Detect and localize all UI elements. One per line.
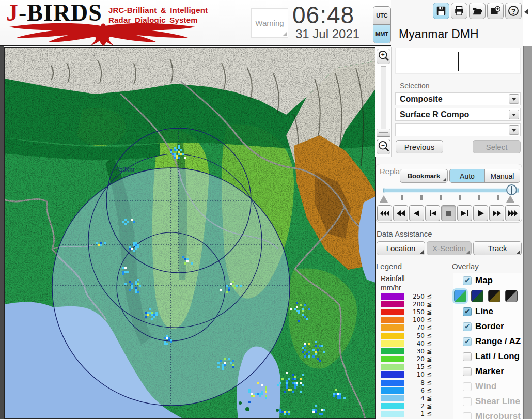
x-section-button[interactable]: X-Section xyxy=(427,241,472,255)
mmt-button[interactable]: MMT xyxy=(373,25,390,43)
overlay-row-map: ✔ Map xyxy=(453,273,522,288)
bookmark-button[interactable]: Bookmark xyxy=(400,169,448,183)
line-checkbox[interactable]: ✔ xyxy=(463,307,472,316)
playback-controls xyxy=(377,205,520,221)
slider-tick xyxy=(478,195,480,200)
slider-start-marker[interactable] xyxy=(380,195,388,203)
legend-lte-symbol: ≦ xyxy=(427,379,432,386)
auto-mode-button[interactable]: Auto xyxy=(450,169,484,182)
overlay-row-microburst: Microburst xyxy=(453,409,522,419)
rewind-fast-button[interactable] xyxy=(377,205,392,221)
forward-button[interactable] xyxy=(489,205,504,221)
legend-lte-symbol: ≦ xyxy=(427,340,432,347)
slider-tick xyxy=(440,195,442,200)
zoom-in-button[interactable]: + xyxy=(377,49,390,64)
legend-row: 100 ≦ xyxy=(381,316,432,324)
open-folder-button[interactable] xyxy=(469,3,486,19)
utc-button[interactable]: UTC xyxy=(373,7,390,25)
legend-lte-symbol: ≦ xyxy=(427,316,432,323)
legend-value: 2 xyxy=(411,402,425,410)
save-button[interactable] xyxy=(433,3,449,19)
overlay-item-label: Wind xyxy=(475,381,496,392)
chevron-down-icon[interactable] xyxy=(509,125,519,135)
map-style-swatch[interactable] xyxy=(471,290,483,302)
warning-button[interactable]: Warning xyxy=(251,8,288,38)
legend-color-swatch xyxy=(381,380,404,386)
map-style-swatch[interactable] xyxy=(488,290,500,302)
legend-color-swatch xyxy=(381,395,404,401)
map-style-swatch[interactable] xyxy=(505,290,518,302)
status-box xyxy=(395,48,521,74)
legend-row: 30 ≦ xyxy=(381,347,432,355)
replay-slider-track[interactable] xyxy=(383,188,519,193)
track-button[interactable]: Track xyxy=(473,241,522,255)
overlay-item-label: Map xyxy=(475,275,493,286)
overlay-list: ✔ Map ✔ Line ✔ Border ✔ Range / AZ Lati … xyxy=(453,273,522,419)
control-panel: ? Myanmar DMH Selection Composite Surfac… xyxy=(375,0,523,419)
forward-fast-button[interactable] xyxy=(505,205,520,221)
legend-value: 15 xyxy=(411,363,425,370)
stop-icon xyxy=(444,210,454,217)
jbirds-app: ? Myanmar DMH Selection Composite Surfac… xyxy=(0,0,532,419)
timezone-toggle: UTC MMT xyxy=(373,6,391,43)
replay-mode-toggle: Auto Manual xyxy=(449,169,520,183)
radar-map[interactable]: 450km xyxy=(4,47,376,419)
legend-row: 150 ≦ xyxy=(381,308,432,316)
help-button[interactable]: ? xyxy=(505,3,522,19)
chevron-down-icon[interactable] xyxy=(509,94,519,104)
product-dropdown[interactable]: Surface R Compo xyxy=(395,108,521,121)
range-az-checkbox[interactable]: ✔ xyxy=(463,337,472,346)
legend-color-swatch xyxy=(381,301,404,307)
stop-button[interactable] xyxy=(441,205,456,221)
map-zoom-slider-handle[interactable] xyxy=(377,129,390,137)
legend-unit: mm/hr xyxy=(381,284,401,292)
product-dropdown-value: Surface R Compo xyxy=(396,108,520,120)
replay-group: Replay Bookmark Auto Manual xyxy=(375,164,522,223)
legend-value: 8 xyxy=(411,379,425,386)
zoom-out-button[interactable]: − xyxy=(377,139,390,154)
legend-color-swatch xyxy=(381,340,404,347)
step-back-button[interactable] xyxy=(425,205,440,221)
select-button[interactable]: Select xyxy=(473,140,521,153)
overlay-item-label: Border xyxy=(475,321,504,332)
map-style-swatch[interactable] xyxy=(454,290,466,302)
chevron-down-icon[interactable] xyxy=(509,110,519,119)
legend-color-swatch xyxy=(381,309,404,315)
lati-long-checkbox[interactable] xyxy=(463,352,472,361)
panel-scrollbar[interactable] xyxy=(523,46,532,419)
collapse-panel-arrow[interactable] xyxy=(524,9,528,15)
svg-text:−: − xyxy=(381,142,384,149)
map-checkbox[interactable]: ✔ xyxy=(463,276,472,285)
replay-slider-handle[interactable] xyxy=(506,184,517,195)
print-button[interactable] xyxy=(451,3,467,19)
legend-lte-symbol: ≦ xyxy=(427,355,432,363)
screen-capture-button[interactable] xyxy=(487,3,504,19)
map-zoom-slider-track[interactable] xyxy=(381,66,386,132)
zoom-out-icon: − xyxy=(378,141,390,153)
composite-dropdown[interactable]: Composite xyxy=(395,92,521,105)
legend-color-swatch xyxy=(381,364,404,370)
marker-checkbox[interactable] xyxy=(463,367,472,376)
legend-value: 4 xyxy=(411,395,425,402)
legend-value: 70 xyxy=(411,324,425,331)
location-button[interactable]: Location xyxy=(377,241,425,255)
border-checkbox[interactable]: ✔ xyxy=(463,322,472,331)
previous-button[interactable]: Previous xyxy=(396,140,443,153)
manual-mode-button[interactable]: Manual xyxy=(484,169,520,182)
step-forward-button[interactable] xyxy=(457,205,472,221)
rewind-button[interactable] xyxy=(393,205,408,221)
play-button[interactable] xyxy=(473,205,488,221)
app-logo-title: J-BIRDS xyxy=(6,1,102,25)
print-icon xyxy=(453,5,465,17)
slider-end-marker[interactable] xyxy=(506,195,514,203)
header: J-BIRDS JRC-Brilliant & Intelligent Rada… xyxy=(0,0,391,46)
range-ring-label: 450km xyxy=(116,166,134,173)
option-dropdown[interactable] xyxy=(395,123,521,136)
legend-lte-symbol: ≦ xyxy=(427,371,432,378)
legend-lte-symbol: ≦ xyxy=(427,308,432,316)
play-reverse-button[interactable] xyxy=(409,205,424,221)
legend-value: 150 xyxy=(411,308,425,316)
legend-lte-symbol: ≦ xyxy=(427,348,432,355)
shear-line-checkbox xyxy=(463,397,472,406)
overlay-row-range-az: ✔ Range / AZ xyxy=(453,334,522,349)
